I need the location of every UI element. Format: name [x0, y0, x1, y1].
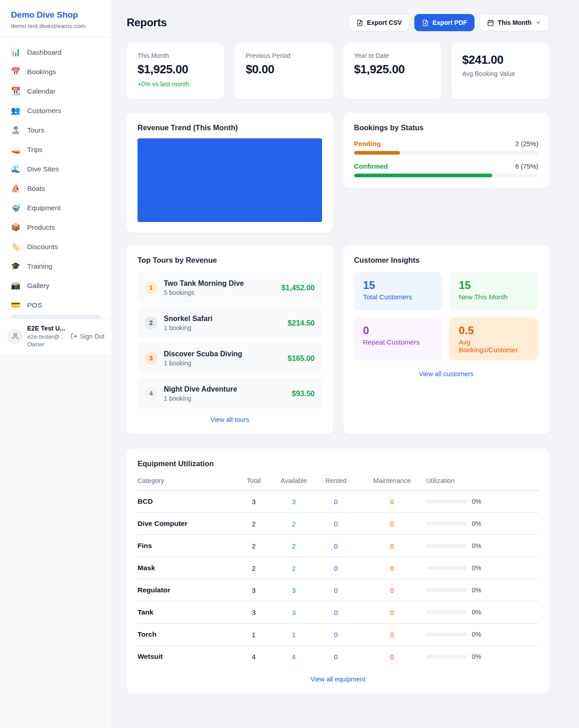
bookings-by-status-title: Bookings by Status [354, 123, 539, 132]
speedboat-icon: 🚤 [11, 146, 23, 153]
stat-value: $1,925.00 [354, 62, 430, 76]
user-email: e2e-tester@... [27, 333, 65, 341]
table-row: Fins 2 2 0 0 0% [138, 535, 538, 557]
bar-chart-icon: 📊 [11, 48, 23, 56]
tour-amount: $214.50 [288, 319, 315, 327]
camera-icon: 📸 [11, 282, 23, 289]
sidebar-item-products[interactable]: 📦 Products [7, 217, 104, 237]
sidebar: Demo Dive Shop demo.test.divestreams.com… [0, 0, 112, 728]
revenue-trend-card: Revenue Trend (This Month) [127, 113, 333, 233]
top-tours-card: Top Tours by Revenue 1 Two Tank Morning … [127, 245, 333, 434]
main-content: Reports Export CSV Export PDF This Month… [112, 0, 579, 728]
utilization-bar [426, 544, 467, 548]
sidebar-item-boats[interactable]: ⛵ Boats [7, 179, 104, 198]
sidebar-item-customers[interactable]: 👥 Customers [7, 101, 104, 120]
equipment-table: Category Total Available Rented Maintena… [138, 471, 538, 667]
revenue-trend-title: Revenue Trend (This Month) [138, 123, 322, 132]
column-header-maintenance: Maintenance [358, 471, 426, 491]
table-row: Dive Computer 2 2 0 0 0% [138, 513, 538, 535]
sidebar-user-footer: E2E Test U... e2e-tester@... Owner Sign … [0, 318, 112, 355]
sidebar-item-reports-partial[interactable] [11, 315, 101, 318]
sidebar-item-discounts[interactable]: 🏷️ Discounts [7, 237, 104, 256]
tour-row: 4 Night Dive Adventure 1 booking $93.50 [138, 378, 322, 409]
tour-amount: $1,452.00 [281, 284, 314, 292]
graduation-cap-icon: 🎓 [11, 262, 23, 270]
table-row: Wetsuit 4 4 0 0 0% [138, 646, 538, 668]
utilization-bar [426, 633, 467, 636]
page-title: Reports [127, 16, 167, 29]
wave-icon: 🌊 [11, 165, 23, 173]
tour-amount: $93.50 [292, 389, 314, 398]
tour-amount: $165.00 [288, 354, 315, 363]
utilization-bar [426, 566, 467, 570]
tour-row: 1 Two Tank Morning Dive 5 bookings $1,45… [138, 272, 322, 303]
diving-mask-icon: 🤿 [11, 204, 23, 212]
tour-row: 3 Discover Scuba Diving 1 booking $165.0… [138, 343, 322, 373]
stat-delta: +0% vs last month [138, 80, 214, 88]
sidebar-header: Demo Dive Shop demo.test.divestreams.com [0, 0, 112, 37]
sidebar-item-trips[interactable]: 🚤 Trips [7, 140, 104, 159]
stat-card-avg-booking-value: $241.00 Avg Booking Value [451, 43, 549, 99]
island-icon: 🏝️ [11, 126, 23, 134]
insight-tile-avg-bookings: 0.5 Avg Bookings/Customer [450, 317, 538, 360]
insight-tile-total-customers: 15 Total Customers [354, 272, 443, 310]
sidebar-nav: 📊 Dashboard 📅 Bookings 📆 Calendar 👥 Cust… [0, 37, 112, 318]
credit-card-icon: 💳 [11, 301, 23, 309]
stat-card-this-month: This Month $1,925.00 +0% vs last month [127, 43, 224, 99]
table-row: BCD 3 3 0 0 0% [138, 491, 538, 513]
calendar-date-icon: 📅 [11, 68, 23, 76]
period-dropdown[interactable]: This Month [479, 14, 549, 31]
sidebar-item-training[interactable]: 🎓 Training [7, 256, 104, 276]
top-tours-title: Top Tours by Revenue [138, 256, 322, 265]
avatar [7, 329, 23, 344]
sidebar-item-dive-sites[interactable]: 🌊 Dive Sites [7, 159, 104, 179]
export-csv-button[interactable]: Export CSV [349, 14, 409, 31]
sidebar-item-pos[interactable]: 💳 POS [7, 295, 104, 315]
customer-insights-title: Customer Insights [354, 256, 539, 265]
sidebar-item-calendar[interactable]: 📆 Calendar [7, 81, 104, 101]
file-download-icon [356, 19, 363, 26]
insight-tile-repeat-customers: 0 Repeat Customers [354, 317, 443, 360]
customer-insights-card: Customer Insights 15 Total Customers 15 … [343, 245, 550, 434]
tag-icon: 🏷️ [11, 243, 23, 251]
sidebar-item-gallery[interactable]: 📸 Gallery [7, 276, 104, 295]
utilization-bar [426, 610, 467, 614]
sign-out-button[interactable]: Sign Out [71, 333, 104, 340]
pending-bar-track [354, 151, 539, 155]
user-icon [11, 332, 19, 340]
rank-badge: 3 [145, 352, 157, 364]
utilization-bar [426, 522, 467, 525]
sidebar-item-tours[interactable]: 🏝️ Tours [7, 120, 104, 140]
table-row: Mask 2 2 0 0 0% [138, 557, 538, 579]
rank-badge: 2 [145, 317, 157, 329]
user-name: E2E Test U... [27, 324, 65, 333]
stat-card-previous-period: Previous Period $0.00 [235, 43, 332, 99]
sidebar-item-bookings[interactable]: 📅 Bookings [7, 62, 104, 81]
view-all-customers-link[interactable]: View all customers [354, 370, 539, 378]
sidebar-item-dashboard[interactable]: 📊 Dashboard [7, 43, 104, 62]
equipment-utilization-title: Equipment Utilization [138, 459, 538, 468]
pending-bar-fill [354, 151, 400, 155]
column-header-available: Available [274, 471, 314, 491]
file-download-icon [422, 19, 429, 26]
tour-row: 2 Snorkel Safari 1 booking $214.50 [138, 307, 322, 338]
utilization-bar [426, 655, 467, 658]
status-row-confirmed: Confirmed 6 (75%) [354, 162, 539, 177]
shop-domain: demo.test.divestreams.com [11, 23, 101, 29]
view-all-equipment-link[interactable]: View all equipment [138, 670, 538, 687]
view-all-tours-link[interactable]: View all tours [138, 416, 322, 423]
user-role: Owner [27, 340, 65, 349]
table-row: Torch 1 1 0 0 0% [138, 624, 538, 646]
export-pdf-button[interactable]: Export PDF [414, 14, 475, 31]
shop-name: Demo Dive Shop [11, 10, 101, 20]
confirmed-bar-fill [354, 174, 493, 177]
status-count: 2 (25%) [515, 140, 538, 147]
people-icon: 👥 [11, 107, 23, 114]
sidebar-item-equipment[interactable]: 🤿 Equipment [7, 198, 104, 217]
bookings-by-status-card: Bookings by Status Pending 2 (25%) Confi… [343, 113, 550, 188]
revenue-trend-chart [138, 138, 322, 222]
rank-badge: 4 [145, 387, 157, 400]
calendar-icon [487, 19, 494, 26]
chevron-down-icon [535, 19, 541, 26]
rank-badge: 1 [145, 281, 157, 294]
